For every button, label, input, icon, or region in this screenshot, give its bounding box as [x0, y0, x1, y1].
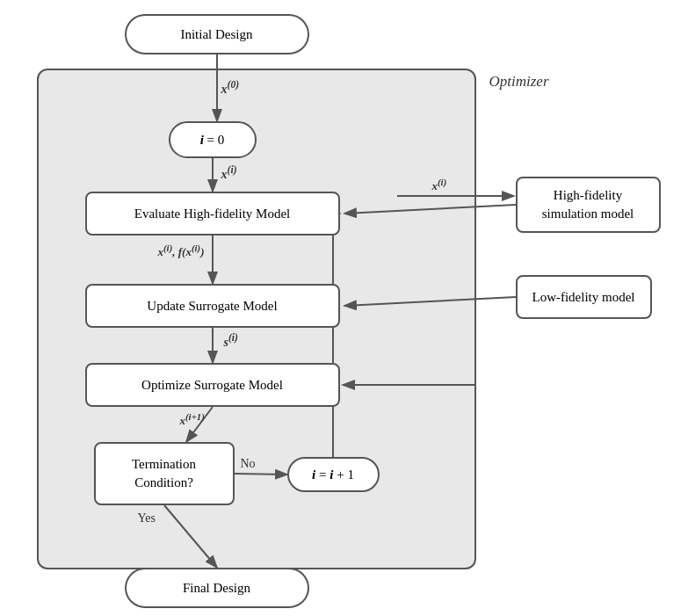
label-no: No	[241, 457, 256, 471]
label-xi-plus1: x(i+1)	[180, 411, 205, 428]
diagram-container: Optimizer	[11, 7, 678, 609]
termination-node: TerminationCondition?	[94, 442, 235, 505]
update-surrogate-node: Update Surrogate Model	[85, 284, 340, 328]
optimizer-label: Optimizer	[489, 73, 549, 91]
lf-model-node: Low-fidelity model	[516, 275, 652, 319]
i-equals-0-node: i = 0	[169, 121, 257, 158]
label-si: s(i)	[224, 332, 238, 350]
label-x0: x(0)	[221, 79, 240, 97]
evaluate-hf-node: Evaluate High-fidelity Model	[85, 192, 340, 236]
label-xi-hf: x(i)	[432, 177, 447, 193]
optimize-surrogate-node: Optimize Surrogate Model	[85, 363, 340, 407]
increment-node: i = i + 1	[287, 457, 380, 492]
label-xi-fi: x(i), f(x(i))	[158, 243, 205, 259]
label-yes: Yes	[138, 511, 156, 525]
hf-simulation-node: High-fidelitysimulation model	[516, 177, 661, 233]
initial-design-node: Initial Design	[125, 14, 309, 54]
final-design-node: Final Design	[125, 568, 309, 608]
label-xi-1: x(i)	[221, 164, 237, 182]
